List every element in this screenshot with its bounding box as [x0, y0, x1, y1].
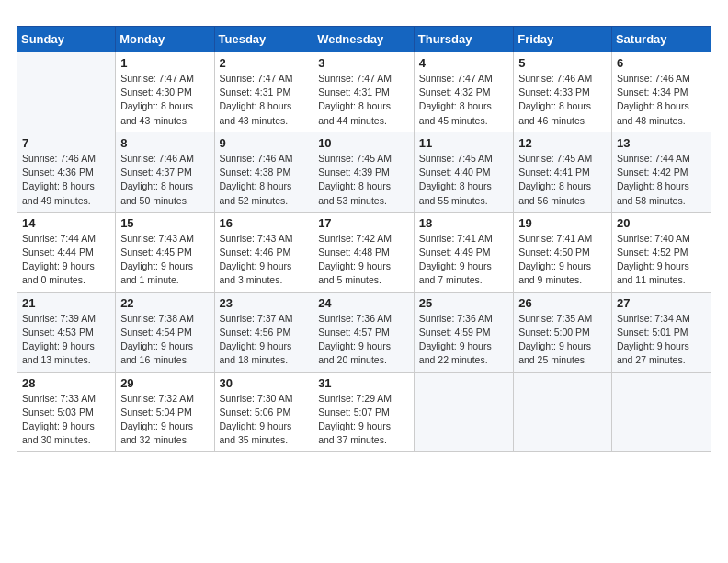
- weekday-header-sunday: Sunday: [17, 27, 116, 52]
- day-info: Sunrise: 7:46 AMSunset: 4:33 PMDaylight:…: [518, 72, 607, 128]
- weekday-header-friday: Friday: [514, 27, 612, 52]
- day-info: Sunrise: 7:47 AMSunset: 4:32 PMDaylight:…: [419, 72, 508, 128]
- calendar-cell: 18Sunrise: 7:41 AMSunset: 4:49 PMDayligh…: [414, 212, 513, 292]
- day-number: 27: [617, 296, 706, 310]
- day-info: Sunrise: 7:44 AMSunset: 4:44 PMDaylight:…: [22, 232, 110, 288]
- day-number: 13: [617, 136, 706, 150]
- weekday-header-wednesday: Wednesday: [313, 27, 415, 52]
- day-info: Sunrise: 7:46 AMSunset: 4:38 PMDaylight:…: [220, 152, 309, 208]
- day-number: 1: [120, 56, 209, 70]
- day-info: Sunrise: 7:47 AMSunset: 4:31 PMDaylight:…: [318, 72, 409, 128]
- calendar-cell: [414, 372, 513, 452]
- calendar-week-row: 1Sunrise: 7:47 AMSunset: 4:30 PMDaylight…: [17, 52, 711, 132]
- weekday-header-tuesday: Tuesday: [214, 27, 313, 52]
- calendar-cell: [611, 372, 711, 452]
- weekday-header-thursday: Thursday: [414, 27, 513, 52]
- calendar-week-row: 21Sunrise: 7:39 AMSunset: 4:53 PMDayligh…: [17, 292, 711, 372]
- day-info: Sunrise: 7:34 AMSunset: 5:01 PMDaylight:…: [617, 312, 706, 368]
- day-number: 9: [220, 136, 309, 150]
- day-info: Sunrise: 7:46 AMSunset: 4:36 PMDaylight:…: [22, 152, 110, 208]
- day-info: Sunrise: 7:47 AMSunset: 4:30 PMDaylight:…: [120, 72, 209, 128]
- day-number: 17: [318, 216, 409, 230]
- day-info: Sunrise: 7:45 AMSunset: 4:41 PMDaylight:…: [518, 152, 607, 208]
- day-number: 4: [419, 56, 508, 70]
- day-number: 10: [318, 136, 409, 150]
- calendar-table: SundayMondayTuesdayWednesdayThursdayFrid…: [17, 26, 711, 452]
- calendar-header-row: SundayMondayTuesdayWednesdayThursdayFrid…: [17, 27, 711, 52]
- calendar-cell: 20Sunrise: 7:40 AMSunset: 4:52 PMDayligh…: [611, 212, 711, 292]
- day-number: 14: [22, 216, 110, 230]
- day-number: 19: [518, 216, 607, 230]
- day-info: Sunrise: 7:42 AMSunset: 4:48 PMDaylight:…: [318, 232, 409, 288]
- day-number: 11: [419, 136, 508, 150]
- page: SundayMondayTuesdayWednesdayThursdayFrid…: [0, 0, 728, 563]
- calendar-cell: 15Sunrise: 7:43 AMSunset: 4:45 PMDayligh…: [116, 212, 214, 292]
- calendar-cell: 29Sunrise: 7:32 AMSunset: 5:04 PMDayligh…: [116, 372, 214, 452]
- calendar-cell: [17, 52, 116, 132]
- calendar-cell: 28Sunrise: 7:33 AMSunset: 5:03 PMDayligh…: [17, 372, 116, 452]
- day-info: Sunrise: 7:35 AMSunset: 5:00 PMDaylight:…: [518, 312, 607, 368]
- day-number: 16: [220, 216, 309, 230]
- calendar-cell: 6Sunrise: 7:46 AMSunset: 4:34 PMDaylight…: [611, 52, 711, 132]
- calendar-week-row: 28Sunrise: 7:33 AMSunset: 5:03 PMDayligh…: [17, 372, 711, 452]
- calendar-cell: 12Sunrise: 7:45 AMSunset: 4:41 PMDayligh…: [514, 132, 612, 212]
- calendar-cell: 17Sunrise: 7:42 AMSunset: 4:48 PMDayligh…: [313, 212, 415, 292]
- day-info: Sunrise: 7:38 AMSunset: 4:54 PMDaylight:…: [120, 312, 209, 368]
- day-number: 20: [617, 216, 706, 230]
- calendar-cell: [514, 372, 612, 452]
- calendar-cell: 3Sunrise: 7:47 AMSunset: 4:31 PMDaylight…: [313, 52, 415, 132]
- day-number: 8: [120, 136, 209, 150]
- calendar-cell: 24Sunrise: 7:36 AMSunset: 4:57 PMDayligh…: [313, 292, 415, 372]
- day-info: Sunrise: 7:46 AMSunset: 4:34 PMDaylight:…: [617, 72, 706, 128]
- day-info: Sunrise: 7:45 AMSunset: 4:39 PMDaylight:…: [318, 152, 409, 208]
- day-number: 3: [318, 56, 409, 70]
- calendar-cell: 30Sunrise: 7:30 AMSunset: 5:06 PMDayligh…: [214, 372, 313, 452]
- calendar-cell: 16Sunrise: 7:43 AMSunset: 4:46 PMDayligh…: [214, 212, 313, 292]
- calendar-cell: 27Sunrise: 7:34 AMSunset: 5:01 PMDayligh…: [611, 292, 711, 372]
- day-info: Sunrise: 7:44 AMSunset: 4:42 PMDaylight:…: [617, 152, 706, 208]
- day-number: 2: [220, 56, 309, 70]
- calendar-cell: 10Sunrise: 7:45 AMSunset: 4:39 PMDayligh…: [313, 132, 415, 212]
- day-number: 24: [318, 296, 409, 310]
- day-info: Sunrise: 7:46 AMSunset: 4:37 PMDaylight:…: [120, 152, 209, 208]
- calendar-cell: 23Sunrise: 7:37 AMSunset: 4:56 PMDayligh…: [214, 292, 313, 372]
- day-info: Sunrise: 7:47 AMSunset: 4:31 PMDaylight:…: [220, 72, 309, 128]
- day-number: 30: [220, 376, 309, 390]
- day-number: 7: [22, 136, 110, 150]
- calendar-cell: 21Sunrise: 7:39 AMSunset: 4:53 PMDayligh…: [17, 292, 116, 372]
- weekday-header-monday: Monday: [116, 27, 214, 52]
- day-info: Sunrise: 7:36 AMSunset: 4:59 PMDaylight:…: [419, 312, 508, 368]
- day-info: Sunrise: 7:41 AMSunset: 4:49 PMDaylight:…: [419, 232, 508, 288]
- weekday-header-saturday: Saturday: [611, 27, 711, 52]
- calendar-cell: 14Sunrise: 7:44 AMSunset: 4:44 PMDayligh…: [17, 212, 116, 292]
- day-info: Sunrise: 7:43 AMSunset: 4:46 PMDaylight:…: [220, 232, 309, 288]
- calendar-week-row: 7Sunrise: 7:46 AMSunset: 4:36 PMDaylight…: [17, 132, 711, 212]
- day-info: Sunrise: 7:33 AMSunset: 5:03 PMDaylight:…: [22, 392, 110, 448]
- day-info: Sunrise: 7:30 AMSunset: 5:06 PMDaylight:…: [220, 392, 309, 448]
- calendar-cell: 25Sunrise: 7:36 AMSunset: 4:59 PMDayligh…: [414, 292, 513, 372]
- calendar-cell: 4Sunrise: 7:47 AMSunset: 4:32 PMDaylight…: [414, 52, 513, 132]
- day-info: Sunrise: 7:32 AMSunset: 5:04 PMDaylight:…: [120, 392, 209, 448]
- calendar-cell: 19Sunrise: 7:41 AMSunset: 4:50 PMDayligh…: [514, 212, 612, 292]
- day-info: Sunrise: 7:40 AMSunset: 4:52 PMDaylight:…: [617, 232, 706, 288]
- day-number: 23: [220, 296, 309, 310]
- day-number: 18: [419, 216, 508, 230]
- day-number: 6: [617, 56, 706, 70]
- day-number: 22: [120, 296, 209, 310]
- calendar-cell: 2Sunrise: 7:47 AMSunset: 4:31 PMDaylight…: [214, 52, 313, 132]
- day-number: 12: [518, 136, 607, 150]
- day-info: Sunrise: 7:39 AMSunset: 4:53 PMDaylight:…: [22, 312, 110, 368]
- day-number: 15: [120, 216, 209, 230]
- day-number: 29: [120, 376, 209, 390]
- day-info: Sunrise: 7:29 AMSunset: 5:07 PMDaylight:…: [318, 392, 409, 448]
- calendar-week-row: 14Sunrise: 7:44 AMSunset: 4:44 PMDayligh…: [17, 212, 711, 292]
- calendar-cell: 26Sunrise: 7:35 AMSunset: 5:00 PMDayligh…: [514, 292, 612, 372]
- day-info: Sunrise: 7:37 AMSunset: 4:56 PMDaylight:…: [220, 312, 309, 368]
- calendar-cell: 7Sunrise: 7:46 AMSunset: 4:36 PMDaylight…: [17, 132, 116, 212]
- calendar-cell: 8Sunrise: 7:46 AMSunset: 4:37 PMDaylight…: [116, 132, 214, 212]
- day-info: Sunrise: 7:41 AMSunset: 4:50 PMDaylight:…: [518, 232, 607, 288]
- day-number: 25: [419, 296, 508, 310]
- day-number: 5: [518, 56, 607, 70]
- calendar-cell: 5Sunrise: 7:46 AMSunset: 4:33 PMDaylight…: [514, 52, 612, 132]
- day-info: Sunrise: 7:45 AMSunset: 4:40 PMDaylight:…: [419, 152, 508, 208]
